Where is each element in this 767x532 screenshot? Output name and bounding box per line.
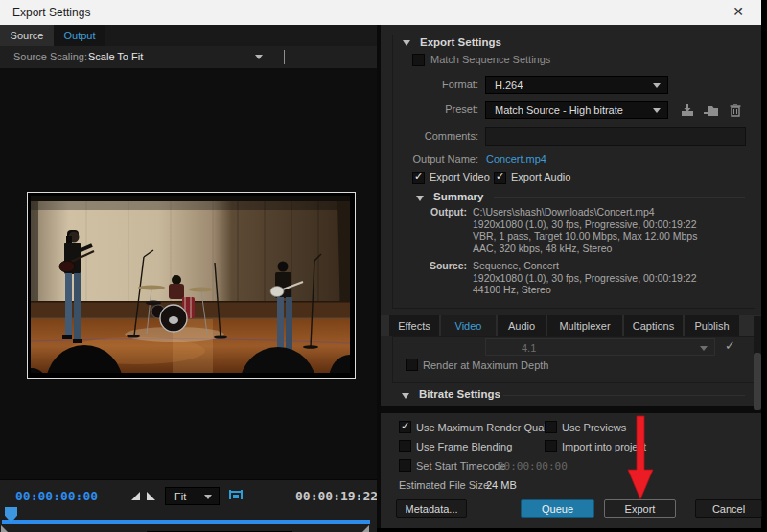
render-max-depth-checkbox[interactable] [406, 359, 418, 371]
match-sequence-checkbox[interactable] [412, 54, 425, 66]
use-previews-checkbox[interactable] [545, 421, 557, 433]
summary-line: 44100 Hz, Stereo [473, 284, 697, 296]
import-into-project-checkbox[interactable] [545, 440, 557, 452]
collapse-triangle-icon[interactable] [402, 393, 409, 399]
summary-line: C:\Users\shash\Downloads\Concert.mp4 [473, 206, 697, 219]
output-name-link[interactable]: Concert.mp4 [486, 153, 546, 165]
import-into-project-label: Import into project [562, 441, 646, 452]
summary-line: AAC, 320 kbps, 48 kHz, Stereo [473, 243, 697, 255]
preset-label: Preset: [385, 104, 478, 115]
delete-preset-icon[interactable] [727, 102, 744, 119]
video-preview [27, 192, 356, 379]
preview-panel: Source Output Source Scaling: Scale To F… [0, 25, 377, 528]
chevron-down-icon [700, 346, 708, 351]
comments-label: Comments: [385, 130, 478, 142]
check-icon: ✓ [401, 420, 409, 432]
summary-header: Summary [433, 191, 483, 202]
zoom-fit-value: Fit [174, 491, 186, 502]
level-check-icon[interactable]: ✓ [725, 338, 735, 353]
chevron-down-icon [653, 83, 661, 88]
summary-output-lines: C:\Users\shash\Downloads\Concert.mp4 192… [473, 206, 697, 254]
format-dropdown[interactable]: H.264 [485, 76, 668, 94]
check-icon: ✓ [414, 171, 423, 183]
summary-source-lines: Sequence, Concert 1920x1080 (1.0), 30 fp… [473, 260, 697, 296]
video-preview-image [31, 196, 350, 373]
tab-audio[interactable]: Audio [498, 315, 546, 336]
scrollbar-thumb[interactable] [754, 353, 761, 410]
tab-video[interactable]: Video [441, 315, 496, 336]
set-start-timecode-label: Set Start Timecode [416, 460, 506, 472]
tab-output[interactable]: Output [54, 25, 105, 46]
check-icon: ✓ [496, 171, 504, 183]
use-frame-blending-label: Use Frame Blending [416, 441, 512, 452]
footer-section: ✓ Use Maximum Render Quality Use Preview… [381, 413, 761, 528]
summary-source-label: Source: [385, 260, 467, 271]
divider [381, 406, 761, 413]
estimated-size-label: Estimated File Size: [399, 479, 492, 491]
export-settings-header: Export Settings [420, 36, 501, 48]
set-in-icon[interactable] [131, 492, 140, 500]
metadata-button[interactable]: Metadata... [396, 499, 467, 518]
summary-line: Sequence, Concert [473, 260, 697, 272]
chevron-down-icon[interactable] [255, 55, 263, 59]
set-start-timecode-checkbox[interactable] [399, 459, 411, 472]
comments-input[interactable] [485, 127, 746, 146]
tab-captions[interactable]: Captions [624, 315, 683, 336]
output-name-label: Output Name: [385, 153, 478, 165]
format-value: H.264 [495, 80, 523, 91]
tab-publish[interactable]: Publish [685, 315, 739, 336]
chevron-down-icon [653, 108, 661, 113]
match-sequence-label: Match Sequence Settings [430, 54, 550, 65]
use-previews-label: Use Previews [562, 422, 626, 433]
summary-line: VBR, 1 pass, Target 10.00 Mbps, Max 12.0… [473, 230, 697, 243]
range-start-handle[interactable] [1, 525, 8, 532]
divider [503, 395, 745, 396]
export-audio-label: Export Audio [511, 172, 570, 183]
dialog-title: Export Settings [12, 6, 90, 19]
close-icon[interactable]: ✕ [732, 4, 744, 19]
summary-line: 1920x1080 (1.0), 30 fps, Progressive, 00… [473, 272, 697, 285]
level-value: 4.1 [522, 342, 536, 354]
start-timecode-value: 00:00:00:00 [498, 460, 568, 473]
pane-splitter[interactable] [284, 50, 285, 64]
settings-panel: Export Settings Match Sequence Settings … [377, 25, 761, 528]
cancel-button[interactable]: Cancel [695, 499, 762, 518]
source-scaling-dropdown[interactable]: Scale To Fit [88, 51, 143, 62]
range-end-handle[interactable] [362, 525, 369, 532]
use-frame-blending-checkbox[interactable] [399, 440, 411, 452]
collapse-triangle-icon[interactable] [416, 196, 424, 201]
option-tabstrip: Effects Video Audio Multiplexer Captions… [381, 315, 761, 336]
tab-multiplexer[interactable]: Multiplexer [547, 315, 622, 336]
crop-output-icon[interactable] [228, 488, 244, 501]
export-settings-dialog: Export Settings ✕ Source Output Source S… [0, 0, 761, 528]
scrollbar[interactable] [754, 316, 761, 410]
import-preset-icon[interactable] [703, 102, 720, 119]
preset-dropdown[interactable]: Match Source - High bitrate [485, 101, 668, 119]
bitrate-settings-header: Bitrate Settings [419, 388, 500, 400]
scrubber-track[interactable] [2, 520, 370, 524]
use-max-render-label: Use Maximum Render Quality [416, 422, 557, 433]
tab-effects[interactable]: Effects [389, 315, 439, 336]
transport-bar: 00:00:00:00 Fit 00:00:19:22 Source Range… [0, 479, 377, 532]
export-video-checkbox[interactable]: ✓ [412, 172, 425, 184]
level-dropdown: 4.1 [485, 338, 715, 356]
summary-output-label: Output: [385, 206, 467, 218]
set-out-icon[interactable] [147, 492, 155, 500]
use-max-render-checkbox[interactable]: ✓ [399, 421, 411, 433]
duration-timecode: 00:00:19:22 [295, 489, 378, 503]
export-button[interactable]: Export [604, 499, 676, 518]
summary-line: 1920x1080 (1.0), 30 fps, Progressive, 00… [473, 219, 697, 231]
format-label: Format: [385, 79, 478, 90]
preset-value: Match Source - High bitrate [495, 104, 623, 116]
current-timecode[interactable]: 00:00:00:00 [15, 489, 98, 503]
save-preset-icon[interactable] [679, 102, 696, 119]
tab-source[interactable]: Source [0, 25, 54, 46]
zoom-fit-dropdown[interactable]: Fit [165, 487, 220, 505]
view-tabstrip: Source Output [0, 25, 377, 46]
source-scaling-label: Source Scaling: [13, 51, 87, 62]
collapse-triangle-icon[interactable] [403, 40, 410, 46]
source-scaling-row: Source Scaling: Scale To Fit [0, 46, 377, 68]
queue-button[interactable]: Queue [521, 499, 594, 518]
export-audio-checkbox[interactable]: ✓ [494, 172, 506, 184]
titlebar: Export Settings ✕ [0, 0, 761, 25]
